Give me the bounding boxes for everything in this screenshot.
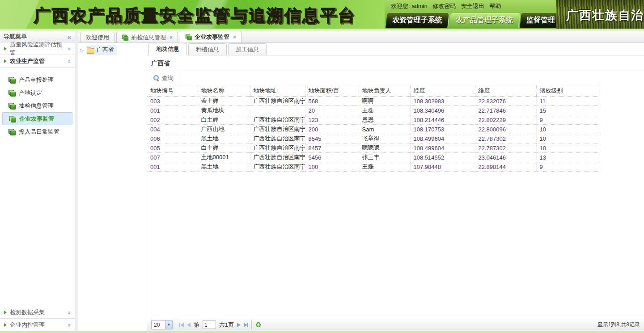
page-size-select[interactable]: 20 ▼ <box>151 320 173 329</box>
column-header[interactable]: 经度 <box>410 85 475 97</box>
detail-subtabs: 地块信息种植信息加工信息 <box>147 43 644 55</box>
folder-icon <box>87 48 94 54</box>
sidebar-item-selected[interactable]: 企业农事监管 <box>2 112 72 125</box>
tree-expander-icon[interactable]: ▷ <box>80 48 84 53</box>
footer-strip <box>0 331 644 333</box>
subtab[interactable]: 加工信息 <box>228 43 267 55</box>
table-row[interactable]: 002白土婵广西壮族自治区南宁市123恩恩108.21444622.802229… <box>147 115 599 125</box>
subsystem-tab[interactable]: 监督管理 <box>520 13 561 28</box>
main-area: 欢迎使用抽检信息管理×企业农事监管× ▷ 广西省 地块信息种植信息加工信息 广西… <box>78 31 644 331</box>
table-cell: 王磊 <box>359 162 410 172</box>
first-page-button[interactable] <box>179 323 184 327</box>
main-tab[interactable]: 欢迎使用 <box>80 32 114 42</box>
sidebar-group[interactable]: 检测数据采集» <box>0 306 75 319</box>
grid-toolbar: 查询 <box>147 71 644 85</box>
change-password-link[interactable]: 修改密码 <box>432 3 456 9</box>
page-number-input[interactable] <box>203 320 216 329</box>
subtab[interactable]: 种植信息 <box>188 43 227 55</box>
chevron-down-icon[interactable]: » <box>66 311 73 313</box>
sidebar-group[interactable]: 农业生产监管« <box>0 55 75 67</box>
table-cell: 广西壮族自治区南宁市 <box>250 153 305 162</box>
column-header[interactable]: 地块编号 <box>147 85 198 97</box>
table-row[interactable]: 004广西山地广西壮族自治区南宁市200Sam108.17075322.8000… <box>147 125 599 134</box>
table-row[interactable]: 001黄瓜地块20王磊108.34049622.71784615 <box>147 106 599 115</box>
pager-separator <box>176 320 176 329</box>
table-row[interactable]: 007土地00001广西壮族自治区南宁市5456张三丰108.51455223.… <box>147 153 599 162</box>
column-header[interactable]: 地块地址 <box>250 85 305 97</box>
sidebar-item-link[interactable]: 产品申报处理 <box>0 73 75 86</box>
table-row[interactable]: 005白土婵广西壮族自治区南宁市8457嗯嗯嗯108.49960422.7873… <box>147 143 599 153</box>
subtab-label: 地块信息 <box>156 45 179 53</box>
table-row[interactable]: 001黑土地广西壮族自治区南宁市100王磊107.9844822.8981449 <box>147 162 599 172</box>
table-cell: 广西壮族自治区南宁市 <box>250 134 305 143</box>
subsystem-tab[interactable]: 农产品管理子系统 <box>449 13 519 28</box>
layers-icon <box>122 34 128 40</box>
table-cell: 嗯嗯嗯 <box>359 143 410 153</box>
sidebar-collapse-icon[interactable]: « <box>68 33 71 41</box>
sidebar-item-label: 产品申报处理 <box>19 76 54 84</box>
app-title: 广西农产品质量安全监管与追溯信息平台 <box>34 4 356 27</box>
table-cell: 108.514552 <box>410 153 475 162</box>
table-cell: 001 <box>147 106 198 115</box>
column-header[interactable]: 缩放级别 <box>536 85 599 97</box>
help-link[interactable]: 帮助 <box>490 3 501 9</box>
table-cell: 土地00001 <box>198 153 250 162</box>
logout-link[interactable]: 安全退出 <box>461 3 484 9</box>
arrow-right-icon <box>4 47 7 51</box>
table-cell: 108.340496 <box>410 106 475 115</box>
close-icon[interactable]: × <box>169 34 173 41</box>
subsystem-tab[interactable]: 农资管理子系统 <box>386 13 449 28</box>
table-cell: 005 <box>147 143 198 153</box>
table-cell: 007 <box>147 153 198 162</box>
sidebar-spacer <box>0 143 75 306</box>
main-tab[interactable]: 企业农事监管× <box>180 31 242 42</box>
sidebar-item-label: 抽检信息管理 <box>19 102 54 110</box>
main-tabstrip: 欢迎使用抽检信息管理×企业农事监管× <box>78 31 644 43</box>
close-icon[interactable]: × <box>233 34 236 40</box>
main-tab[interactable]: 抽检信息管理× <box>116 32 178 42</box>
chevron-up-icon[interactable]: « <box>66 60 73 62</box>
arrow-right-icon <box>4 323 7 327</box>
column-header[interactable]: 地块名称 <box>198 85 250 97</box>
sidebar-group[interactable]: 质量风险监测评估预警» <box>0 42 75 55</box>
sidebar-item-link[interactable]: 产地认定 <box>0 86 75 99</box>
sidebar-splitter[interactable] <box>75 31 78 331</box>
table-cell: 123 <box>305 115 359 125</box>
refresh-icon[interactable]: ♻ <box>255 321 261 329</box>
chevron-down-icon: ▼ <box>165 320 172 329</box>
welcome-prefix: 欢迎您: <box>391 3 410 9</box>
prev-page-button[interactable] <box>187 323 191 327</box>
table-cell: 飞举得 <box>359 134 410 143</box>
table-row[interactable]: 003盖土婵广西壮族自治区南宁市568啊啊108.30298322.832076… <box>147 97 599 106</box>
accordion-group-label: 质量风险监测评估预警 <box>10 41 65 57</box>
app-header: 广西农产品质量安全监管与追溯信息平台 欢迎您: admin 修改密码 安全退出 … <box>0 0 644 29</box>
subtab-label: 种植信息 <box>196 46 219 54</box>
table-cell: 王磊 <box>359 106 410 115</box>
sidebar-item-link[interactable]: 抽检信息管理 <box>0 99 75 112</box>
query-button-label: 查询 <box>162 74 174 82</box>
table-cell: 22.787302 <box>475 143 536 153</box>
query-button[interactable]: 查询 <box>149 73 178 84</box>
main-tab-label: 欢迎使用 <box>86 34 109 42</box>
column-header[interactable]: 地块负责人 <box>359 85 410 97</box>
table-cell: 黑土地 <box>198 134 250 143</box>
table-cell: 108.302983 <box>410 97 475 106</box>
tree-node-root[interactable]: ▷ 广西省 <box>80 45 145 55</box>
table-cell: 22.802229 <box>475 115 536 125</box>
table-cell: 22.787302 <box>475 134 536 143</box>
sidebar-group[interactable]: 企业内控管理» <box>0 319 75 331</box>
table-cell: 11 <box>536 97 599 106</box>
region-banner: 广西壮族自治区 <box>566 7 644 23</box>
column-header[interactable]: 維度 <box>475 85 536 97</box>
next-page-button[interactable] <box>237 323 241 327</box>
table-cell: 23.046146 <box>475 153 536 162</box>
column-header[interactable]: 地块面积/亩 <box>305 85 359 97</box>
sidebar-item-link[interactable]: 投入品日常监管 <box>0 125 75 138</box>
sidebar-item-label: 产地认定 <box>19 89 42 97</box>
table-row[interactable]: 006黑土地广西壮族自治区南宁市8545飞举得108.49960422.7873… <box>147 134 599 143</box>
last-page-button[interactable] <box>244 323 248 327</box>
table-cell: 20 <box>305 106 359 115</box>
chevron-down-icon[interactable]: » <box>66 324 73 326</box>
subtab[interactable]: 地块信息 <box>148 43 187 55</box>
chevron-down-icon[interactable]: » <box>66 47 73 50</box>
